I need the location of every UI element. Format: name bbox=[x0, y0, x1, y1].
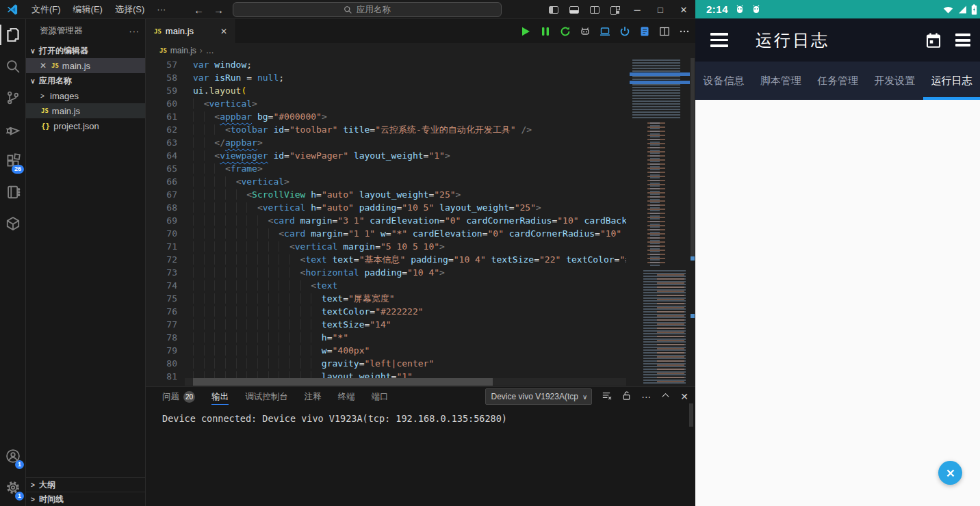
menu-edit[interactable]: 编辑(E) bbox=[67, 0, 109, 19]
code-line[interactable]: 77 textSize="14" bbox=[146, 318, 626, 331]
extensions-icon[interactable]: 26 bbox=[0, 145, 26, 176]
search-input[interactable]: 应用名称 bbox=[233, 2, 502, 17]
customize-layout-icon[interactable] bbox=[610, 6, 620, 14]
line-number: 71 bbox=[146, 240, 177, 253]
panel-close-icon[interactable]: ✕ bbox=[680, 391, 688, 402]
workspace-section[interactable]: ∨ 应用名称 bbox=[26, 73, 145, 88]
code-line[interactable]: 80 gravity="left|center" bbox=[146, 357, 626, 370]
toggle-sidebar-icon[interactable] bbox=[549, 6, 558, 14]
restart-button[interactable] bbox=[560, 26, 571, 37]
explorer-icon[interactable] bbox=[0, 19, 26, 51]
more-actions-icon[interactable] bbox=[679, 26, 690, 37]
code-line[interactable]: 60 <vertical> bbox=[146, 97, 626, 110]
file-project-json[interactable]: {} project.json bbox=[26, 118, 145, 133]
code-line[interactable]: 70 <card margin="1 1" w="*" cardElevatio… bbox=[146, 227, 626, 240]
sidebar-more-icon[interactable]: ··· bbox=[129, 27, 140, 36]
panel-tab-终端[interactable]: 终端 bbox=[338, 387, 355, 406]
tab-close-icon[interactable]: ✕ bbox=[219, 27, 229, 36]
code-editor[interactable]: 57var window;58var isRun = null;59ui.lay… bbox=[146, 58, 626, 386]
fab-close-button[interactable] bbox=[938, 461, 962, 485]
panel-tab-注释[interactable]: 注释 bbox=[305, 387, 322, 406]
robot-assistant-icon[interactable] bbox=[580, 26, 591, 37]
close-icon[interactable]: ✕ bbox=[38, 61, 48, 70]
nav-forward-icon[interactable]: → bbox=[214, 4, 224, 16]
code-line[interactable]: 57var window; bbox=[146, 58, 626, 71]
close-button[interactable]: ✕ bbox=[672, 0, 695, 19]
code-line[interactable]: 79 w="400px" bbox=[146, 344, 626, 357]
lock-icon[interactable] bbox=[621, 390, 632, 403]
panel-tab-问题[interactable]: 问题20 bbox=[162, 387, 195, 406]
screen-mirror-icon[interactable] bbox=[599, 26, 610, 37]
code-line[interactable]: 68 <vertical h="auto" padding="10 5" lay… bbox=[146, 201, 626, 214]
code-line[interactable]: 71 <vertical margin="5 10 5 10"> bbox=[146, 240, 626, 253]
panel-scrollbar[interactable] bbox=[689, 403, 693, 451]
code-line[interactable]: 63 </appbar> bbox=[146, 136, 626, 149]
log-list-icon[interactable] bbox=[955, 34, 970, 46]
nav-back-icon[interactable]: ← bbox=[194, 4, 204, 16]
minimize-button[interactable]: ─ bbox=[626, 0, 649, 19]
menu-selection[interactable]: 选择(S) bbox=[109, 0, 151, 19]
timeline-section[interactable]: > 时间线 bbox=[26, 492, 145, 506]
breadcrumb[interactable]: JS main.js › … bbox=[146, 43, 695, 58]
code-line[interactable]: 66 <vertical> bbox=[146, 175, 626, 188]
toggle-panel-icon[interactable] bbox=[569, 6, 579, 14]
panel-more-icon[interactable]: ··· bbox=[641, 391, 651, 402]
source-control-icon[interactable] bbox=[0, 82, 26, 114]
document-button[interactable] bbox=[639, 26, 650, 37]
panel-tab-端口[interactable]: 端口 bbox=[372, 387, 389, 406]
code-line[interactable]: 67 <ScrollView h="auto" layout_weight="2… bbox=[146, 188, 626, 201]
code-line[interactable]: 72 <text text="基本信息" padding="10 4" text… bbox=[146, 253, 626, 266]
phone-tab-脚本管理[interactable]: 脚本管理 bbox=[752, 62, 809, 100]
menu-more[interactable]: ··· bbox=[151, 0, 172, 19]
split-editor-icon[interactable] bbox=[659, 26, 670, 37]
code-line[interactable]: 75 text="屏幕宽度" bbox=[146, 292, 626, 305]
notebook-icon[interactable] bbox=[0, 176, 26, 208]
vertical-scrollbar[interactable] bbox=[690, 58, 695, 386]
phone-tab-运行日志[interactable]: 运行日志 bbox=[923, 62, 980, 100]
open-editor-main-js[interactable]: ✕ JS main.js bbox=[26, 58, 145, 73]
code-line[interactable]: 74 <text bbox=[146, 279, 626, 292]
output-log-line[interactable]: Device connected: Device vivo V1923A(tcp… bbox=[146, 406, 695, 424]
code-line[interactable]: 76 textColor="#222222" bbox=[146, 305, 626, 318]
menu-file[interactable]: 文件(F) bbox=[25, 0, 67, 19]
minimap[interactable] bbox=[630, 58, 690, 386]
phone-tab-任务管理[interactable]: 任务管理 bbox=[809, 62, 866, 100]
panel-tab-调试控制台[interactable]: 调试控制台 bbox=[245, 387, 288, 406]
line-number: 61 bbox=[146, 110, 177, 123]
run-debug-icon[interactable] bbox=[0, 114, 26, 145]
phone-tab-开发设置[interactable]: 开发设置 bbox=[866, 62, 923, 100]
clear-output-icon[interactable] bbox=[602, 390, 612, 403]
phone-tab-设备信息[interactable]: 设备信息 bbox=[695, 62, 752, 100]
folder-images[interactable]: > images bbox=[26, 88, 145, 103]
tab-main-js[interactable]: JS main.js ✕ bbox=[146, 19, 236, 43]
file-main-js-label: main.js bbox=[52, 106, 80, 116]
device-dropdown[interactable]: Device vivo V1923A(tcp ∨ bbox=[485, 388, 593, 405]
settings-gear-icon[interactable]: 1 bbox=[0, 472, 26, 503]
run-button[interactable] bbox=[520, 26, 531, 37]
package-icon[interactable] bbox=[0, 208, 26, 239]
code-line[interactable]: 62 <toolbar id="toolbar" title="云控系统-专业的… bbox=[146, 123, 626, 136]
code-line[interactable]: 78 h="*" bbox=[146, 331, 626, 344]
calendar-icon[interactable] bbox=[925, 32, 942, 49]
code-line[interactable]: 69 <card margin="3 1" cardElevation="0" … bbox=[146, 214, 626, 227]
panel-tab-输出[interactable]: 输出 bbox=[211, 387, 229, 406]
outline-section[interactable]: > 大纲 bbox=[26, 477, 145, 492]
code-line[interactable]: 73 <horizontal padding="10 4"> bbox=[146, 266, 626, 279]
pause-button[interactable] bbox=[540, 26, 551, 37]
toggle-secondary-sidebar-icon[interactable] bbox=[590, 6, 599, 14]
open-editors-section[interactable]: ∨ 打开的编辑器 bbox=[26, 43, 145, 58]
file-main-js[interactable]: JS main.js bbox=[26, 103, 145, 118]
code-line[interactable]: 64 <viewpager id="viewPager" layout_weig… bbox=[146, 149, 626, 162]
maximize-button[interactable]: □ bbox=[649, 0, 672, 19]
search-sidebar-icon[interactable] bbox=[0, 51, 26, 82]
code-line[interactable]: 58var isRun = null; bbox=[146, 71, 626, 84]
horizontal-scrollbar[interactable] bbox=[185, 378, 626, 386]
menu-hamburger-icon[interactable] bbox=[710, 33, 728, 47]
code-line[interactable]: 59ui.layout( bbox=[146, 84, 626, 97]
code-line[interactable]: 65 <frame> bbox=[146, 162, 626, 175]
timeline-label: 时间线 bbox=[39, 494, 64, 505]
account-icon[interactable]: 1 bbox=[0, 440, 26, 472]
panel-maximize-icon[interactable] bbox=[660, 390, 671, 403]
code-line[interactable]: 61 <appbar bg="#000000"> bbox=[146, 110, 626, 123]
power-button[interactable] bbox=[619, 26, 630, 37]
